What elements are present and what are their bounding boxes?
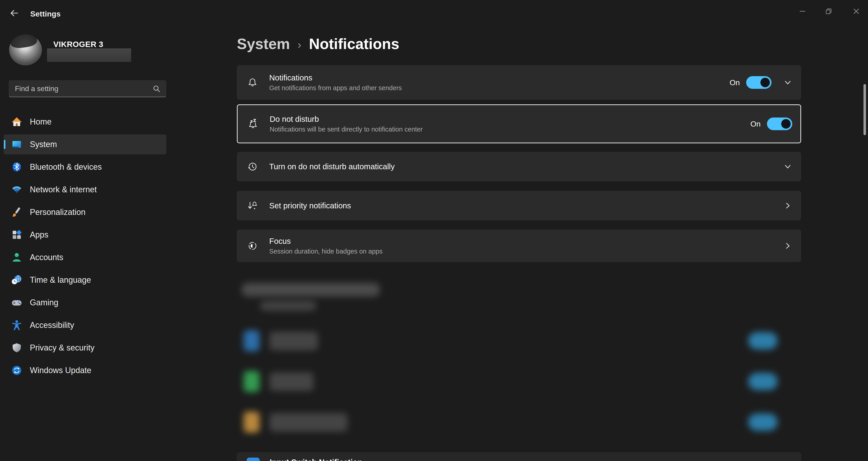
- priority-bell-icon: [247, 200, 258, 211]
- sidebar-item-label: Windows Update: [30, 366, 91, 375]
- breadcrumb: System › Notifications: [237, 33, 399, 54]
- bell-icon: [247, 77, 258, 88]
- sidebar-item-accessibility[interactable]: Accessibility: [4, 315, 166, 335]
- apps-icon: [11, 229, 22, 240]
- do-not-disturb-toggle[interactable]: [767, 118, 792, 130]
- settings-window: Settings VIKROGER 3 Home System Bluetoot…: [0, 0, 868, 461]
- sidebar-item-time-language[interactable]: Time & language: [4, 270, 166, 290]
- do-not-disturb-row[interactable]: Do not disturb Notifications will be sen…: [237, 104, 801, 143]
- sidebar-item-label: Personalization: [30, 208, 86, 217]
- sidebar-item-label: Network & internet: [30, 185, 97, 194]
- apps-section-heading-redacted: [242, 283, 380, 297]
- keyboard-app-icon: [247, 458, 260, 461]
- apps-section-subheading-redacted: [260, 301, 316, 311]
- back-arrow-icon: [9, 8, 20, 20]
- sidebar-item-privacy[interactable]: Privacy & security: [4, 338, 166, 358]
- chevron-right-icon[interactable]: [784, 202, 792, 210]
- personalization-icon: [11, 207, 22, 218]
- app-icon-redacted: [244, 330, 259, 351]
- sidebar-item-label: System: [30, 140, 57, 149]
- accounts-icon: [11, 252, 22, 263]
- app-icon-redacted: [244, 412, 259, 433]
- sidebar-item-label: Bluetooth & devices: [30, 162, 102, 172]
- row-title: Set priority notifications: [269, 201, 351, 210]
- sidebar-item-label: Apps: [30, 230, 49, 240]
- app-name-redacted: [270, 413, 347, 432]
- home-icon: [11, 116, 22, 127]
- app-name-redacted: [270, 332, 318, 350]
- restore-button[interactable]: [822, 5, 835, 18]
- user-display-name: VIKROGER 3: [53, 40, 103, 49]
- minimize-button[interactable]: [796, 5, 809, 18]
- chevron-right-icon[interactable]: [784, 242, 792, 250]
- sidebar-item-label: Accounts: [30, 253, 63, 262]
- row-subtitle: Get notifications from apps and other se…: [269, 84, 402, 92]
- sidebar-item-accounts[interactable]: Accounts: [4, 247, 166, 267]
- chevron-down-icon[interactable]: [784, 79, 792, 87]
- search-box: [9, 81, 166, 97]
- app-icon-redacted: [244, 371, 259, 392]
- privacy-icon: [11, 342, 22, 353]
- network-icon: [11, 184, 22, 195]
- windows-update-icon: [11, 365, 22, 376]
- bluetooth-icon: [11, 161, 22, 173]
- search-input[interactable]: [9, 85, 153, 93]
- back-button[interactable]: [8, 8, 20, 20]
- gaming-icon: [11, 297, 22, 308]
- page-title: Notifications: [309, 35, 399, 53]
- focus-row[interactable]: Focus Session duration, hide badges on a…: [237, 229, 801, 262]
- app-name-redacted: [270, 372, 313, 391]
- close-button[interactable]: [850, 5, 863, 18]
- sidebar-item-label: Time & language: [30, 275, 91, 285]
- sidebar-item-bluetooth[interactable]: Bluetooth & devices: [4, 157, 166, 177]
- bell-sleep-icon: [248, 118, 258, 129]
- toggle-state-label: On: [730, 78, 740, 87]
- vertical-scrollbar-thumb[interactable]: [864, 84, 866, 135]
- sidebar-item-gaming[interactable]: Gaming: [4, 293, 166, 312]
- app-toggle-redacted[interactable]: [748, 413, 778, 431]
- toggle-state-label: On: [750, 120, 761, 128]
- sidebar-item-home[interactable]: Home: [4, 112, 166, 132]
- sidebar-item-personalization[interactable]: Personalization: [4, 202, 166, 222]
- user-email-redacted: [47, 49, 131, 62]
- sidebar-item-label: Accessibility: [30, 320, 74, 330]
- time-language-icon: [11, 275, 22, 285]
- chevron-down-icon[interactable]: [784, 162, 792, 171]
- row-title: Input Switch Notification: [270, 458, 362, 461]
- app-title: Settings: [30, 9, 61, 18]
- accessibility-icon: [11, 320, 22, 331]
- focus-icon: [247, 241, 258, 251]
- breadcrumb-separator: ›: [298, 37, 301, 51]
- app-toggle-redacted[interactable]: [748, 373, 778, 390]
- dnd-automatic-row[interactable]: Turn on do not disturb automatically: [237, 152, 801, 181]
- row-title: Turn on do not disturb automatically: [269, 162, 395, 171]
- sidebar-item-label: Privacy & security: [30, 343, 94, 352]
- clock-history-icon: [247, 161, 258, 172]
- notifications-toggle[interactable]: [746, 76, 772, 89]
- priority-notifications-row[interactable]: Set priority notifications: [237, 191, 801, 220]
- sidebar-item-system[interactable]: System: [4, 134, 166, 154]
- row-title: Notifications: [269, 73, 402, 82]
- app-toggle-redacted[interactable]: [748, 332, 778, 349]
- sidebar-item-label: Gaming: [30, 298, 58, 307]
- input-switch-notification-row[interactable]: Input Switch Notification: [237, 453, 801, 461]
- notifications-row[interactable]: Notifications Get notifications from app…: [237, 65, 801, 100]
- search-icon: [153, 85, 160, 93]
- row-title: Focus: [269, 237, 382, 246]
- breadcrumb-system-link[interactable]: System: [237, 35, 290, 53]
- user-avatar: [8, 34, 42, 66]
- row-subtitle: Notifications will be sent directly to n…: [270, 126, 423, 133]
- sidebar-item-label: Home: [30, 117, 52, 127]
- system-icon: [11, 139, 22, 150]
- sidebar-item-apps[interactable]: Apps: [4, 225, 166, 245]
- row-title: Do not disturb: [270, 115, 423, 124]
- row-subtitle: Session duration, hide badges on apps: [269, 248, 382, 255]
- sidebar-item-network[interactable]: Network & internet: [4, 180, 166, 199]
- sidebar-item-windows-update[interactable]: Windows Update: [4, 361, 166, 380]
